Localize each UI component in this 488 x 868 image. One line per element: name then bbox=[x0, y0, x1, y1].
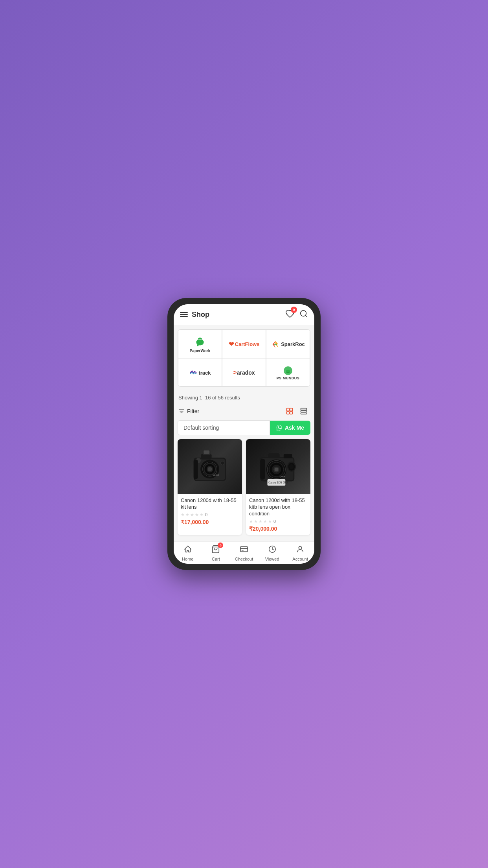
header: Shop 0 bbox=[174, 304, 314, 325]
svg-point-5 bbox=[199, 339, 199, 340]
review-count-1: 0 bbox=[205, 512, 207, 517]
brand-paperwork[interactable]: PaperWork bbox=[178, 329, 222, 359]
cart-label: Cart bbox=[212, 557, 220, 561]
cart-icon: 0 bbox=[211, 545, 220, 555]
svg-rect-13 bbox=[301, 408, 307, 410]
svg-text:Canon EOS 80D: Canon EOS 80D bbox=[268, 481, 288, 484]
sort-select[interactable]: Default sorting Price: Low to High Price… bbox=[178, 420, 270, 435]
canon-1200d-image: Canon bbox=[188, 443, 231, 490]
brand-psmundus[interactable]: PS MUNDUS bbox=[266, 359, 310, 386]
product-price-1: ₹17,000.00 bbox=[181, 519, 239, 525]
wishlist-button[interactable]: 0 bbox=[285, 309, 295, 320]
brands-grid: PaperWork ❤ CartFlows bbox=[178, 329, 310, 387]
product-stars-2: ★ ★ ★ ★ ★ 0 bbox=[249, 519, 307, 524]
paperwork-elephant-icon bbox=[194, 335, 206, 348]
header-right: 0 bbox=[285, 309, 308, 320]
svg-point-2 bbox=[198, 338, 202, 342]
results-info: Showing 1–16 of 56 results bbox=[174, 391, 314, 403]
home-icon bbox=[183, 545, 192, 555]
filter-icon bbox=[178, 408, 185, 414]
phone-screen: Shop 0 bbox=[174, 304, 314, 564]
filter-button[interactable]: Filter bbox=[178, 408, 199, 414]
sparkroc-icon bbox=[271, 340, 280, 349]
header-left: Shop bbox=[180, 311, 209, 319]
list-icon bbox=[300, 407, 308, 415]
svg-rect-11 bbox=[287, 412, 290, 414]
product-card-1[interactable]: Canon Canon 1200d with 18-55 kit lens ★ … bbox=[178, 439, 242, 535]
svg-rect-36 bbox=[284, 454, 292, 458]
checkout-label: Checkout bbox=[235, 557, 253, 561]
nav-viewed[interactable]: Viewed bbox=[261, 545, 283, 561]
product-info-2: Canon 1200d with 18-55 kitb lens open bo… bbox=[246, 494, 310, 535]
svg-point-26 bbox=[208, 467, 212, 471]
canon-80d-image: Canon EOS 80D Canon bbox=[257, 443, 300, 490]
svg-rect-9 bbox=[287, 408, 290, 411]
svg-point-42 bbox=[275, 468, 278, 471]
viewed-label: Viewed bbox=[265, 557, 279, 561]
ask-me-label: Ask Me bbox=[285, 425, 304, 431]
phone-frame: Shop 0 bbox=[167, 298, 321, 570]
svg-rect-12 bbox=[290, 412, 293, 414]
checkout-icon bbox=[240, 545, 248, 555]
ask-me-button[interactable]: Ask Me bbox=[270, 421, 310, 435]
svg-rect-20 bbox=[204, 451, 209, 454]
sort-row: Default sorting Price: Low to High Price… bbox=[178, 420, 310, 435]
product-name-1: Canon 1200d with 18-55 kit lens bbox=[181, 497, 239, 511]
brand-track[interactable]: track bbox=[178, 359, 222, 386]
svg-rect-35 bbox=[268, 453, 279, 458]
bottom-nav: Home 0 Cart bbox=[174, 541, 314, 564]
brands-row-2: track >aradox bbox=[178, 359, 310, 386]
account-label: Account bbox=[292, 557, 308, 561]
psmundus-icon bbox=[283, 365, 294, 376]
svg-point-6 bbox=[201, 339, 201, 340]
scroll-content[interactable]: PaperWork ❤ CartFlows bbox=[174, 325, 314, 541]
product-info-1: Canon 1200d with 18-55 kit lens ★ ★ ★ ★ … bbox=[178, 494, 242, 528]
svg-rect-50 bbox=[260, 459, 265, 480]
search-button[interactable] bbox=[299, 309, 308, 320]
list-view-button[interactable] bbox=[298, 405, 310, 417]
brand-cartflows[interactable]: ❤ CartFlows bbox=[222, 329, 266, 359]
cart-badge: 0 bbox=[218, 542, 223, 548]
filter-label: Filter bbox=[187, 408, 199, 414]
search-icon bbox=[299, 309, 308, 318]
grid-icon bbox=[286, 407, 294, 415]
grid-view-button[interactable] bbox=[284, 405, 295, 417]
product-card-2[interactable]: Canon EOS 80D Canon Canon 1200d with 18-… bbox=[246, 439, 310, 535]
svg-rect-53 bbox=[240, 547, 248, 552]
nav-account[interactable]: Account bbox=[289, 545, 311, 561]
svg-rect-32 bbox=[194, 460, 198, 479]
svg-point-55 bbox=[299, 546, 302, 549]
svg-text:Canon: Canon bbox=[279, 475, 286, 478]
track-icon bbox=[189, 370, 198, 376]
account-icon bbox=[296, 545, 305, 555]
filter-row: Filter bbox=[174, 403, 314, 420]
view-toggle bbox=[284, 405, 310, 417]
nav-home[interactable]: Home bbox=[177, 545, 199, 561]
svg-rect-15 bbox=[301, 413, 307, 414]
brand-sparkroc[interactable]: SparkRoc bbox=[266, 329, 310, 359]
svg-point-47 bbox=[289, 464, 294, 469]
product-stars-1: ★ ★ ★ ★ ★ 0 bbox=[181, 512, 239, 517]
whatsapp-icon bbox=[276, 425, 283, 431]
svg-point-29 bbox=[221, 461, 224, 465]
product-image-1: Canon bbox=[178, 439, 242, 494]
svg-rect-10 bbox=[290, 408, 293, 411]
svg-rect-14 bbox=[301, 410, 307, 412]
svg-rect-18 bbox=[201, 454, 211, 460]
hamburger-menu-icon[interactable] bbox=[180, 312, 188, 317]
home-label: Home bbox=[182, 557, 193, 561]
page-title: Shop bbox=[192, 311, 209, 319]
product-image-2: Canon EOS 80D Canon bbox=[246, 439, 310, 494]
svg-text:Canon: Canon bbox=[213, 473, 220, 476]
nav-cart[interactable]: 0 Cart bbox=[205, 545, 227, 561]
wishlist-badge: 0 bbox=[291, 307, 297, 313]
product-price-2: ₹20,000.00 bbox=[249, 526, 307, 532]
viewed-icon bbox=[268, 545, 277, 555]
nav-checkout[interactable]: Checkout bbox=[233, 545, 255, 561]
brand-paradox[interactable]: >aradox bbox=[222, 359, 266, 386]
products-grid: Canon Canon 1200d with 18-55 kit lens ★ … bbox=[174, 439, 314, 539]
product-name-2: Canon 1200d with 18-55 kitb lens open bo… bbox=[249, 497, 307, 517]
brands-row-1: PaperWork ❤ CartFlows bbox=[178, 329, 310, 359]
review-count-2: 0 bbox=[273, 519, 276, 524]
